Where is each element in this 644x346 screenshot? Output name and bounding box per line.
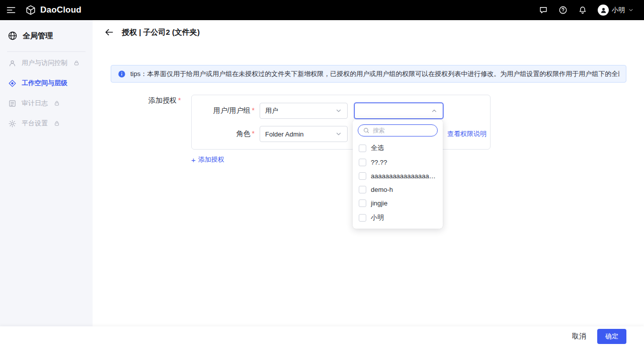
checkbox[interactable] bbox=[359, 199, 366, 207]
sidebar-title: 全局管理 bbox=[0, 26, 93, 45]
required-asterisk: * bbox=[252, 106, 255, 114]
sidebar-item-audit-log[interactable]: 审计日志 bbox=[0, 93, 93, 113]
topbar: DaoCloud 小明 bbox=[0, 0, 644, 20]
sidebar-item-label: 审计日志 bbox=[22, 99, 48, 108]
permission-info-link[interactable]: 查看权限说明 bbox=[447, 129, 487, 139]
checkbox[interactable] bbox=[359, 145, 366, 152]
main-content: 授权 | 子公司2 (文件夹) tips：本界面仅用于给用户或用户组在未授权过的… bbox=[93, 20, 644, 326]
gear-icon bbox=[8, 119, 17, 128]
user-menu[interactable]: 小明 bbox=[598, 5, 634, 16]
page-title: 授权 | 子公司2 (文件夹) bbox=[122, 28, 200, 37]
user-type-select[interactable]: 用户 bbox=[260, 103, 348, 119]
sidebar-item-workspace-hierarchy[interactable]: 工作空间与层级 bbox=[0, 73, 93, 93]
lock-icon bbox=[54, 120, 60, 126]
checkbox[interactable] bbox=[359, 159, 366, 166]
user-icon bbox=[8, 59, 17, 67]
checkbox[interactable] bbox=[359, 214, 366, 222]
user-group-row: 用户/用户组* 用户 bbox=[192, 103, 490, 119]
dropdown-option-select-all[interactable]: 全选 bbox=[353, 141, 443, 156]
user-dropdown-popup: 全选 ??.?? aaaaaaaaaaaaaaaaaaaaaaaaaa demo… bbox=[353, 119, 443, 229]
dropdown-option[interactable]: 小明 bbox=[353, 210, 443, 225]
chevron-up-icon bbox=[431, 107, 438, 114]
sidebar-title-label: 全局管理 bbox=[23, 31, 53, 41]
tips-banner: tips：本界面仅用于给用户或用户组在未授权过的文件夹下新增权限，已授权的用户或… bbox=[111, 65, 626, 83]
dropdown-option-label: ??.?? bbox=[371, 159, 387, 166]
role-select-value: Folder Admin bbox=[265, 130, 304, 138]
sidebar-toggle-button[interactable] bbox=[6, 5, 16, 15]
topbar-left: DaoCloud bbox=[6, 5, 82, 16]
chevron-down-icon bbox=[335, 107, 342, 114]
dropdown-option-label: 小明 bbox=[371, 213, 384, 222]
dropdown-option-label: jingjie bbox=[371, 199, 387, 207]
dropdown-option-label: demo-h bbox=[371, 186, 393, 193]
notifications-button[interactable] bbox=[578, 6, 587, 15]
search-input[interactable] bbox=[373, 127, 433, 134]
user-group-label: 用户/用户组* bbox=[192, 106, 255, 115]
sidebar-item-platform-settings[interactable]: 平台设置 bbox=[0, 113, 93, 133]
audit-log-icon bbox=[8, 99, 17, 108]
role-select[interactable]: Folder Admin bbox=[260, 126, 348, 142]
authorization-card: 用户/用户组* 用户 角色* Folder Admin bbox=[191, 95, 491, 150]
daocloud-logo-icon bbox=[25, 5, 36, 16]
checkbox[interactable] bbox=[359, 186, 366, 193]
brand-logo[interactable]: DaoCloud bbox=[25, 5, 82, 16]
sidebar: 全局管理 用户与访问控制 工作空间与层级 审计日志 bbox=[0, 20, 93, 326]
dropdown-option[interactable]: demo-h bbox=[353, 183, 443, 196]
divider bbox=[7, 51, 86, 52]
dropdown-option[interactable]: ??.?? bbox=[353, 156, 443, 169]
sidebar-item-label: 平台设置 bbox=[22, 119, 48, 128]
footer-bar: 取消 确定 bbox=[0, 326, 644, 346]
dropdown-option[interactable]: jingjie bbox=[353, 196, 443, 210]
dropdown-option-label: 全选 bbox=[371, 144, 384, 153]
info-icon bbox=[118, 70, 126, 78]
add-authorization-link[interactable]: + 添加授权 bbox=[191, 155, 224, 164]
help-button[interactable] bbox=[558, 6, 568, 15]
app-root: DaoCloud 小明 bbox=[0, 0, 644, 346]
role-label: 角色* bbox=[192, 129, 255, 139]
arrow-left-icon bbox=[104, 27, 114, 37]
dropdown-option[interactable]: aaaaaaaaaaaaaaaaaaaaaaaaaa bbox=[353, 169, 443, 183]
role-row: 角色* Folder Admin 查看权限说明 bbox=[192, 126, 490, 142]
bell-icon bbox=[578, 6, 587, 15]
required-asterisk: * bbox=[178, 96, 181, 104]
cancel-button[interactable]: 取消 bbox=[572, 332, 586, 341]
page-header: 授权 | 子公司2 (文件夹) bbox=[104, 27, 200, 37]
chevron-down-icon bbox=[335, 130, 342, 137]
checkbox[interactable] bbox=[359, 172, 366, 180]
username: 小明 bbox=[612, 6, 625, 15]
chat-icon bbox=[539, 6, 548, 15]
add-auth-section-label: 添加授权* bbox=[148, 95, 181, 105]
topbar-right: 小明 bbox=[539, 5, 634, 16]
menu-icon bbox=[6, 5, 16, 15]
user-select[interactable] bbox=[354, 103, 443, 119]
chevron-down-icon bbox=[628, 7, 634, 13]
messages-button[interactable] bbox=[539, 6, 548, 15]
add-authorization-label: 添加授权 bbox=[198, 155, 224, 164]
dropdown-search[interactable] bbox=[358, 124, 438, 136]
avatar bbox=[598, 5, 609, 16]
user-type-select-value: 用户 bbox=[265, 106, 278, 115]
back-button[interactable] bbox=[104, 27, 114, 37]
dropdown-option-list: 全选 ??.?? aaaaaaaaaaaaaaaaaaaaaaaaaa demo… bbox=[353, 141, 443, 225]
lock-icon bbox=[73, 60, 79, 66]
sidebar-item-label: 工作空间与层级 bbox=[22, 79, 67, 88]
help-icon bbox=[558, 6, 568, 15]
confirm-button[interactable]: 确定 bbox=[597, 329, 626, 344]
required-asterisk: * bbox=[252, 129, 255, 137]
plus-icon: + bbox=[191, 156, 196, 164]
sidebar-nav: 用户与访问控制 工作空间与层级 审计日志 bbox=[0, 53, 93, 133]
layout: 全局管理 用户与访问控制 工作空间与层级 审计日志 bbox=[0, 20, 644, 326]
search-icon bbox=[363, 127, 370, 134]
lock-icon bbox=[54, 100, 60, 106]
sidebar-item-label: 用户与访问控制 bbox=[22, 58, 67, 67]
workspace-icon bbox=[8, 79, 17, 88]
globe-icon bbox=[8, 31, 18, 41]
user-icon bbox=[600, 7, 607, 14]
dropdown-option-label: aaaaaaaaaaaaaaaaaaaaaaaaaa bbox=[371, 172, 437, 180]
sidebar-item-user-access-control[interactable]: 用户与访问控制 bbox=[0, 53, 93, 73]
tips-text: tips：本界面仅用于给用户或用户组在未授权过的文件夹下新增权限，已授权的用户或… bbox=[130, 70, 619, 79]
brand-name: DaoCloud bbox=[40, 5, 82, 15]
